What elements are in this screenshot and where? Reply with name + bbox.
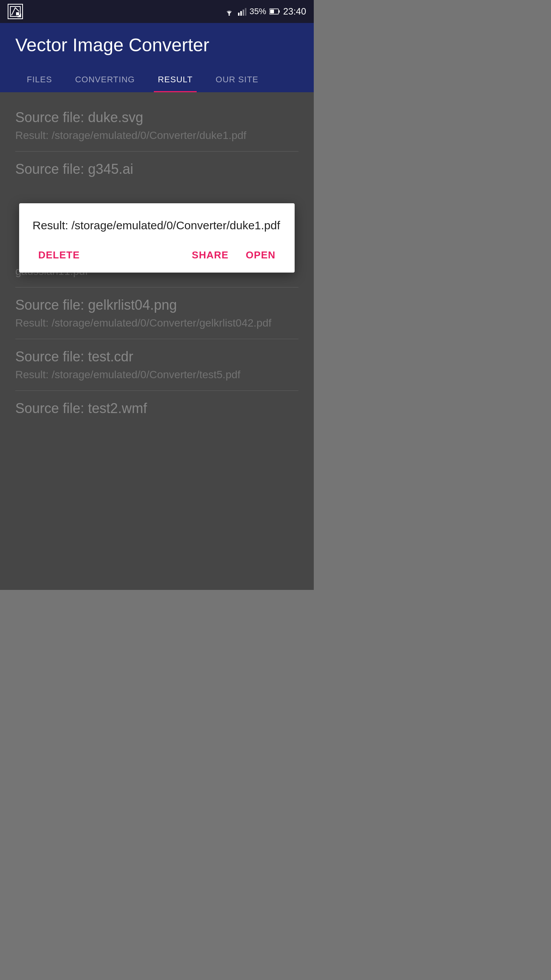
svg-rect-4: [240, 11, 242, 16]
svg-rect-1: [16, 12, 19, 15]
status-bar-right: 35% 23:40: [223, 6, 306, 17]
main-content: Source file: duke.svg Result: /storage/e…: [0, 92, 314, 590]
delete-button[interactable]: DELETE: [33, 245, 86, 265]
svg-rect-8: [270, 10, 274, 13]
status-bar-left: [8, 4, 23, 19]
battery-percent: 35%: [249, 7, 266, 16]
share-button[interactable]: SHARE: [186, 245, 234, 265]
tab-files[interactable]: FILES: [15, 67, 64, 92]
dialog-right-actions: SHARE OPEN: [186, 245, 281, 265]
app-title: Vector Image Converter: [15, 34, 298, 67]
tab-bar: FILES CONVERTING RESULT OUR SITE: [15, 67, 298, 92]
dialog-overlay: [0, 92, 314, 590]
svg-rect-6: [245, 8, 246, 16]
open-button[interactable]: OPEN: [240, 245, 281, 265]
dialog-actions: DELETE SHARE OPEN: [33, 245, 281, 265]
wifi-icon: [223, 7, 235, 16]
battery-icon: [269, 8, 280, 15]
tab-our-site[interactable]: OUR SITE: [204, 67, 270, 92]
svg-point-2: [228, 14, 230, 16]
svg-rect-9: [279, 10, 280, 13]
signal-icon: [238, 7, 246, 16]
tab-converting[interactable]: CONVERTING: [64, 67, 146, 92]
dialog-message: Result: /storage/emulated/0/Converter/du…: [33, 217, 281, 234]
action-dialog: Result: /storage/emulated/0/Converter/du…: [19, 203, 295, 273]
svg-rect-3: [238, 13, 240, 16]
tab-result[interactable]: RESULT: [146, 67, 204, 92]
app-header: Vector Image Converter FILES CONVERTING …: [0, 23, 314, 92]
status-time: 23:40: [283, 6, 306, 17]
app-icon: [8, 4, 23, 19]
svg-rect-5: [243, 10, 244, 16]
status-bar: 35% 23:40: [0, 0, 314, 23]
